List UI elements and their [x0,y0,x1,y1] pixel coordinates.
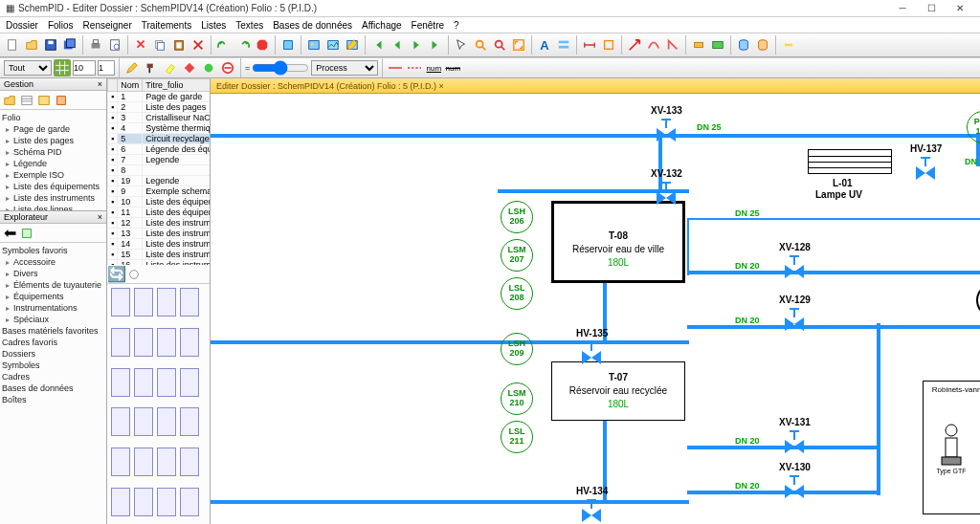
symbol-thumb[interactable] [180,407,199,436]
folio-row[interactable]: ▪12Liste des instruments [108,218,211,229]
tree-item[interactable]: Folio [2,112,104,123]
explorer-back-icon[interactable]: ⬅ [2,226,17,241]
grid-size-input[interactable] [73,60,96,76]
dimension-icon[interactable] [581,36,598,54]
scope-select[interactable]: Tout [4,60,52,76]
symbol-thumb[interactable] [157,488,176,516]
folio-row[interactable]: ▪1Page de garde [108,92,211,102]
db-icon[interactable] [735,36,752,54]
menu-dossier[interactable]: Dossier [6,20,38,31]
folio-row[interactable]: ▪6Légende des équipeme [108,144,211,155]
tree-item[interactable]: Instrumentations [2,302,104,314]
folio-row[interactable]: ▪11Liste des équipements [108,207,211,218]
zoom-all-icon[interactable] [510,36,527,54]
tree-item[interactable]: Cadres [2,371,104,382]
num2-icon[interactable]: num [444,59,461,76]
gestion-card-icon[interactable] [54,93,69,108]
grid-div-input[interactable] [98,60,115,76]
gestion-list-icon[interactable] [19,93,34,108]
pid-canvas[interactable]: T-08 Réservoir eau de ville 180L T-07 Ré… [211,94,980,524]
fill-icon[interactable] [181,59,198,76]
minimize-button[interactable]: ─ [888,2,917,15]
folio-list[interactable]: NomTitre_folio ▪1Page de garde▪2Liste de… [107,78,210,265]
tool-angle-icon[interactable] [664,36,681,54]
explorer-toolbar[interactable]: ⬅ [0,224,106,243]
menu-listes[interactable]: Listes [201,20,226,31]
symbol-thumb[interactable] [157,448,176,476]
explorer-close-icon[interactable]: × [98,212,102,222]
tree-item[interactable]: Spéciaux [2,314,104,325]
explorer-tree[interactable]: Symboles favorisAccessoireDiversÉléments… [0,243,106,524]
connector-icon[interactable] [780,36,797,54]
symbol-thumb[interactable] [157,288,176,317]
copy-icon[interactable] [151,36,168,54]
menu-?[interactable]: ? [454,20,459,31]
menu-folios[interactable]: Folios [48,20,74,31]
folio-row[interactable]: ▪9Exemple schema ISO [108,186,211,197]
tree-item[interactable]: Boîtes [2,394,104,405]
folio-row[interactable]: ▪7Legende [108,155,211,165]
line-solid-icon[interactable] [387,59,404,76]
folio-row[interactable]: ▪4Système thermique à v [108,123,211,134]
gestion-table-icon[interactable] [36,93,52,108]
num-icon[interactable]: num [425,59,442,76]
secondary-toolbar[interactable]: Tout = Process num num [0,57,980,78]
tree-item[interactable]: Légende [2,158,104,169]
image2-icon[interactable] [324,36,342,54]
highlight-icon[interactable] [162,59,179,76]
tool-curve-icon[interactable] [645,36,662,54]
menu-textes[interactable]: Textes [235,20,263,31]
print-preview-icon[interactable] [106,36,123,54]
circle-tool-icon[interactable] [200,59,217,76]
import-icon[interactable] [279,36,297,54]
symbol-thumb[interactable] [134,407,153,436]
tree-item[interactable]: Symboles favoris [2,245,104,256]
menu-traitements[interactable]: Traitements [142,20,191,31]
save-all-icon[interactable] [61,36,78,54]
tree-item[interactable]: Schéma PID [2,146,104,158]
gestion-open-icon[interactable] [2,93,17,108]
crop-icon[interactable] [600,36,617,54]
cut-icon[interactable] [132,36,149,54]
folio-row[interactable]: ▪14Liste des instruments [108,239,211,250]
tree-item[interactable]: Symboles [2,360,104,371]
select-icon[interactable] [453,36,470,54]
menu-bases de données[interactable]: Bases de données [273,20,352,31]
thumb-symbol-icon[interactable] [126,267,142,282]
tree-item[interactable]: Équipements [2,291,104,302]
folio-col-titre[interactable]: Titre_folio [143,79,210,92]
symbol-thumb[interactable] [111,448,130,476]
snap-grid-icon[interactable] [54,59,71,76]
folio-row[interactable]: ▪2Liste des pages [108,102,211,113]
close-button[interactable]: ✕ [946,2,974,15]
paste-icon[interactable] [170,36,188,54]
symbol-thumb[interactable] [180,288,199,317]
explorer-add-icon[interactable] [19,226,34,241]
symbol-thumb[interactable] [180,488,199,516]
first-icon[interactable] [369,36,387,54]
folio-row[interactable]: ▪8 [108,165,211,176]
save-icon[interactable] [42,36,59,54]
tree-item[interactable]: Liste des lignes [2,204,104,210]
delete-icon[interactable] [189,36,207,54]
last-icon[interactable] [427,36,444,54]
print-icon[interactable] [87,36,104,54]
tree-item[interactable]: Exemple ISO [2,169,104,181]
stop-icon[interactable] [254,36,271,54]
thumb-toolbar[interactable]: 🔄 [107,265,210,284]
gestion-toolbar[interactable] [0,91,106,110]
symbol-thumb[interactable] [134,488,153,516]
menu-fenêtre[interactable]: Fenêtre [412,20,444,31]
pencil-icon[interactable] [123,59,141,76]
tree-item[interactable]: Divers [2,268,104,279]
menu-bar[interactable]: DossierFoliosRenseignerTraitementsListes… [0,17,980,33]
symbol-thumbnails[interactable] [107,284,210,524]
gestion-tree[interactable]: FolioPage de gardeListe des pagesSchéma … [0,110,106,210]
attribute-icon[interactable] [555,36,572,54]
symbol-thumb[interactable] [134,368,153,397]
text-icon[interactable]: A [536,36,553,54]
folio-row[interactable]: ▪19Legende [108,176,211,186]
symbol-thumb[interactable] [111,368,130,397]
maximize-button[interactable]: ☐ [917,2,946,15]
main-toolbar[interactable]: A [0,33,980,57]
